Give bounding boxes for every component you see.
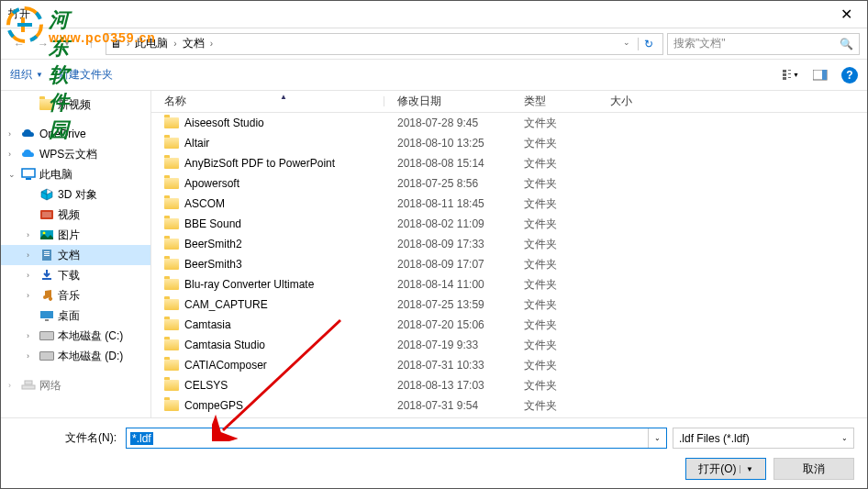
drive-icon [39,329,54,342]
file-row[interactable]: BeerSmith32018-08-09 17:07文件夹 [151,254,867,274]
folder-icon [164,400,179,411]
view-options-button[interactable]: ▼ [783,67,799,83]
file-type: 文件夹 [511,297,597,313]
sidebar-item[interactable]: ›下载 [1,265,150,285]
file-row[interactable]: ASCOM2018-08-11 18:45文件夹 [151,194,867,214]
nav-forward-button[interactable]: → [32,33,54,55]
file-row[interactable]: CompeGPS2018-07-31 9:54文件夹 [151,395,867,416]
file-name: CAM_CAPTURE [184,298,268,311]
sidebar-item[interactable]: ›文档 [1,245,150,265]
titlebar: 打开 ✕ [1,1,867,28]
nav-back-button[interactable]: ← [8,33,30,55]
breadcrumb-dropdown[interactable]: ⌄ [618,38,636,50]
sidebar-item[interactable]: ›WPS云文档 [1,144,150,164]
file-date: 2018-08-10 13:25 [384,137,511,150]
nav-recent-button[interactable]: ▾ [56,33,78,55]
file-list: 名称▲ 修改日期 类型 大小 Aiseesoft Studio2018-07-2… [151,91,867,417]
file-row[interactable]: BBE Sound2018-08-02 11:09文件夹 [151,214,867,234]
file-row[interactable]: CATIAComposer2018-07-31 10:33文件夹 [151,355,867,375]
folder-icon [164,198,179,209]
sidebar-item[interactable]: 视频 [1,205,150,225]
close-button[interactable]: ✕ [826,1,867,28]
file-type: 文件夹 [511,196,597,212]
folder-icon [164,239,179,250]
image-icon [39,228,54,241]
file-type: 文件夹 [511,358,597,373]
file-row[interactable]: Apowersoft2018-07-25 8:56文件夹 [151,173,867,194]
file-row[interactable]: AnyBizSoft PDF to PowerPoint2018-08-08 1… [151,153,867,173]
folder-icon [39,98,54,111]
sidebar-item-label: 桌面 [58,308,80,324]
file-row[interactable]: Camtasia Studio2018-07-19 9:33文件夹 [151,335,867,355]
sidebar-item[interactable]: 3D 对象 [1,184,150,205]
sidebar-item[interactable]: ⌄此电脑 [1,164,150,184]
cloud-icon [21,128,36,140]
file-name: CELSYS [184,379,228,392]
file-name: BeerSmith3 [184,258,242,271]
column-type[interactable]: 类型 [511,94,597,109]
file-name: BeerSmith2 [184,238,242,250]
file-row[interactable]: Camtasia2018-07-20 15:06文件夹 [151,315,867,335]
svg-rect-23 [40,311,53,318]
column-date[interactable]: 修改日期 [384,94,511,109]
preview-pane-button[interactable] [812,67,829,83]
filetype-filter[interactable]: .ldf Files (*.ldf) ⌄ [673,428,854,449]
sidebar-item[interactable]: ›本地磁盘 (D:) [1,346,150,366]
file-row[interactable]: Blu-ray Converter Ultimate2018-08-14 11:… [151,274,867,295]
file-row[interactable]: CAM_CAPTURE2018-07-25 13:59文件夹 [151,295,867,315]
nav-up-button[interactable]: ↑ [80,33,102,55]
navbar: ← → ▾ ↑ 🖥 › 此电脑 › 文档 › ⌄ ↻ 搜索"文档" 🔍 [1,28,867,60]
search-input[interactable]: 搜索"文档" 🔍 [667,33,860,55]
refresh-button[interactable]: ↻ [638,38,659,50]
sidebar-item[interactable]: ›网络 [1,375,150,395]
filename-dropdown[interactable]: ⌄ [648,428,666,448]
file-name: CompeGPS [184,399,243,412]
sidebar-item-label: 此电脑 [39,167,72,183]
file-row[interactable]: BeerSmith22018-08-09 17:33文件夹 [151,234,867,254]
file-row[interactable]: Aiseesoft Studio2018-07-28 9:45文件夹 [151,113,867,133]
breadcrumb-part[interactable]: 文档 [179,36,208,51]
sidebar-item[interactable]: 桌面 [1,306,150,326]
sidebar-item[interactable]: ›图片 [1,225,150,245]
file-row[interactable]: Altair2018-08-10 13:25文件夹 [151,133,867,153]
drive-icon [39,350,54,362]
column-name[interactable]: 名称▲ [151,94,384,109]
file-date: 2018-07-25 8:56 [384,177,511,190]
sidebar-item-label: 本地磁盘 (C:) [58,328,123,344]
file-type: 文件夹 [511,257,597,272]
sidebar-item[interactable]: 新视频 [1,94,150,115]
sidebar-item[interactable]: ›本地磁盘 (C:) [1,326,150,346]
svg-rect-10 [788,77,791,78]
breadcrumb[interactable]: 🖥 › 此电脑 › 文档 › ⌄ ↻ [106,33,663,55]
file-date: 2018-08-14 11:00 [384,278,511,291]
cube-icon [39,188,54,201]
sidebar-item-label: 音乐 [58,288,80,304]
svg-rect-24 [45,319,49,321]
file-name: BBE Sound [184,217,241,230]
svg-rect-26 [25,381,32,384]
music-icon [39,289,54,302]
svg-rect-8 [788,73,791,74]
cancel-button[interactable]: 取消 [773,458,854,480]
new-folder-button[interactable]: 新建文件夹 [58,67,113,83]
file-name: Altair [184,137,209,150]
breadcrumb-part[interactable]: 此电脑 [131,36,172,51]
file-name: ASCOM [184,197,225,210]
chevron-icon: › [27,291,36,300]
file-type: 文件夹 [511,136,597,151]
help-button[interactable]: ? [841,67,858,83]
sidebar-item[interactable]: ›OneDrive [1,124,150,144]
file-type: 文件夹 [511,217,597,232]
column-size[interactable]: 大小 [597,94,662,109]
svg-rect-16 [42,212,51,217]
filename-input[interactable]: *.ldf ⌄ [126,428,667,449]
open-button[interactable]: 打开(O) ▼ [685,458,766,480]
file-row[interactable]: CELSYS2018-08-13 17:03文件夹 [151,375,867,395]
window-title: 打开 [8,6,30,22]
svg-rect-14 [26,178,31,180]
sidebar-item[interactable]: ›音乐 [1,285,150,306]
chevron-icon: › [27,250,36,260]
organize-button[interactable]: 组织▼ [10,67,43,83]
doc-icon [39,249,54,261]
svg-rect-6 [788,70,791,71]
